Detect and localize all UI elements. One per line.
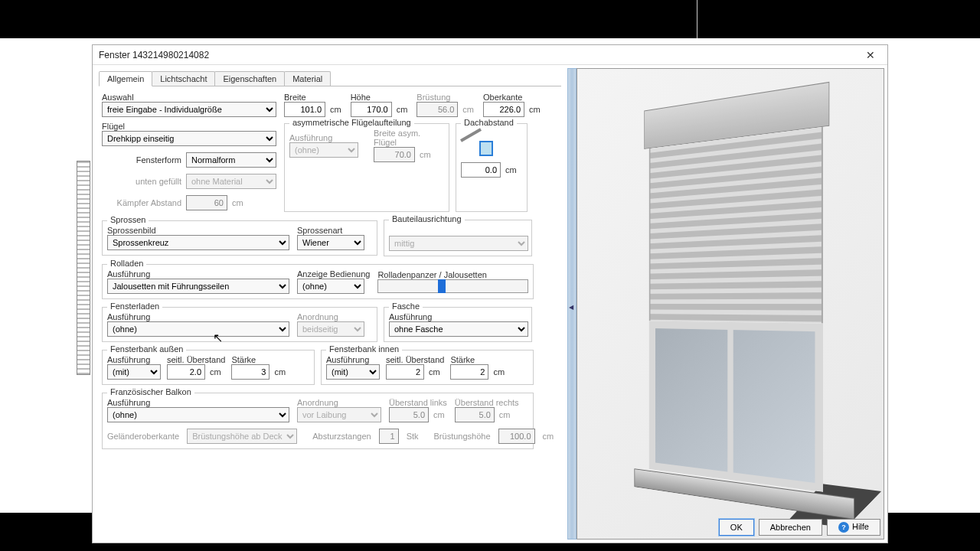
sprossenart-select[interactable]: Wiener: [297, 235, 364, 250]
kaempfer-input: [186, 195, 227, 210]
oberkante-input[interactable]: [483, 102, 524, 117]
asym-ausf-select: (ohne): [289, 142, 358, 158]
tab-eigenschaften[interactable]: Eigenschaften: [214, 71, 285, 86]
asym-ausf-label: Ausführung: [289, 133, 358, 142]
fasche-title: Fasche: [389, 302, 423, 311]
fb-a-ausf-select[interactable]: (mit): [107, 364, 161, 380]
rolladen-title: Rolladen: [107, 259, 146, 268]
splitter[interactable]: [567, 68, 577, 540]
fladen-anordnung-select: beidseitig: [297, 321, 364, 337]
tab-material[interactable]: Material: [284, 71, 331, 86]
window-properties-dialog: Fenster 143214980214082 ✕ Allgemein Lich…: [92, 44, 888, 543]
fb-i-seitl-input[interactable]: [386, 364, 424, 380]
franz-anordnung-select: vor Laibung: [297, 407, 381, 422]
tab-allgemein[interactable]: Allgemein: [99, 71, 152, 86]
sprossenbild-select[interactable]: Sprossenkreuz: [107, 235, 289, 250]
auswahl-label: Auswahl: [102, 93, 279, 102]
tabs: Allgemein Lichtschacht Eigenschaften Mat…: [99, 71, 561, 86]
bruestung-label: Brüstung: [416, 93, 474, 102]
sprossen-title: Sprossen: [107, 215, 149, 224]
fensterladen-title: Fensterladen: [107, 302, 162, 311]
fasche-ausf-label: Ausführung: [389, 312, 527, 321]
asym-breite-input: [374, 147, 415, 162]
fensterform-select[interactable]: Normalform: [186, 152, 276, 168]
bruestung-input: [416, 102, 458, 117]
titlebar: Fenster 143214980214082 ✕: [93, 45, 887, 65]
absturz-input: [379, 429, 399, 444]
auswahl-select[interactable]: freie Eingabe - Individualgröße: [102, 102, 276, 117]
franz-ausf-select[interactable]: (ohne): [107, 407, 289, 422]
sprossenart-label: Sprossenart: [297, 226, 364, 235]
cancel-button[interactable]: Abbrechen: [759, 519, 822, 536]
fluegel-select[interactable]: Drehkipp einseitig: [102, 131, 276, 146]
hoehe-label: Höhe: [351, 93, 408, 102]
fluegel-label: Flügel: [102, 122, 279, 131]
dachabstand-input[interactable]: [461, 162, 501, 178]
fladen-ausf-label: Ausführung: [107, 312, 289, 321]
bauteil-select: mittig: [389, 236, 528, 251]
help-button[interactable]: ?Hilfe: [827, 519, 880, 536]
fb-a-staerke-input[interactable]: [231, 364, 270, 380]
tab-lichtschacht[interactable]: Lichtschacht: [152, 71, 215, 86]
hoehe-input[interactable]: [351, 102, 392, 117]
sprossenbild-label: Sprossenbild: [107, 226, 289, 235]
kaempfer-label: Kämpfer Abstand: [102, 198, 181, 207]
ueber-rechts-input: [455, 407, 495, 422]
preview-3d[interactable]: OK Abbrechen ?Hilfe: [577, 68, 884, 540]
fb-i-staerke-input[interactable]: [450, 364, 488, 380]
breite-input[interactable]: [284, 102, 325, 117]
fb-aussen-title: Fensterbank außen: [107, 344, 186, 354]
fasche-ausf-select[interactable]: ohne Fasche: [389, 321, 528, 337]
asym-title: asymmetrische Flügelaufteilung: [289, 118, 414, 127]
window-3d-model: [644, 82, 829, 526]
ok-button[interactable]: OK: [719, 519, 754, 536]
roll-ausf-label: Ausführung: [107, 269, 289, 279]
fb-innen-title: Fensterbank innen: [326, 344, 402, 354]
roll-ausf-select[interactable]: Jalousetten mit Führungsseilen: [107, 279, 289, 294]
help-icon: ?: [838, 522, 849, 533]
fb-i-ausf-select[interactable]: (mit): [326, 364, 380, 380]
bauteil-title: Bauteilausrichtung: [389, 214, 465, 223]
dachabstand-title: Dachabstand: [461, 118, 517, 127]
fladen-anordnung-label: Anordnung: [297, 312, 364, 321]
fladen-ausf-select[interactable]: (ohne): [107, 321, 289, 337]
fb-a-seitl-input[interactable]: [167, 364, 205, 380]
roof-icon: [461, 129, 498, 158]
roll-anzeige-label: Anzeige Bedienung: [297, 269, 370, 279]
close-button[interactable]: ✕: [860, 47, 881, 63]
bruesth-input: [498, 429, 535, 444]
asym-breite-label: Breite asym. Flügel: [374, 129, 444, 147]
fensterform-label: Fensterform: [102, 155, 181, 165]
roll-anzeige-select[interactable]: (ohne): [297, 279, 364, 294]
rollpanzer-label: Rolladenpanzer / Jalousetten: [377, 270, 528, 279]
ueber-links-input: [389, 407, 429, 422]
gelaender-select: Brüstungshöhe ab Decke: [187, 429, 297, 444]
rollpanzer-slider[interactable]: [377, 279, 528, 293]
oberkante-label: Oberkante: [483, 93, 541, 102]
untengefuellt-select: ohne Material: [186, 174, 276, 189]
breite-label: Breite: [284, 93, 341, 102]
untengefuellt-label: unten gefüllt: [102, 177, 181, 186]
dialog-title: Fenster 143214980214082: [99, 50, 209, 60]
franz-title: Französischer Balkon: [107, 387, 194, 396]
